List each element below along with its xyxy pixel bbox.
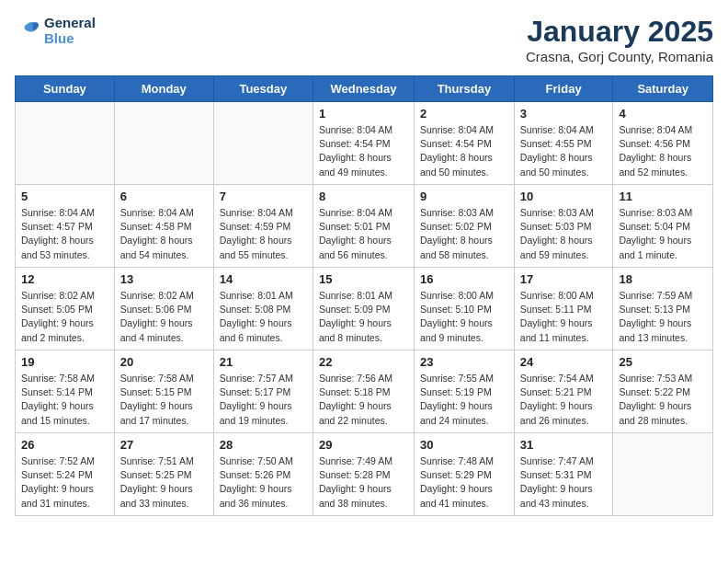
day-number: 27	[120, 438, 208, 452]
day-info: Sunrise: 8:04 AM Sunset: 4:58 PM Dayligh…	[120, 206, 208, 262]
day-info: Sunrise: 8:04 AM Sunset: 4:55 PM Dayligh…	[520, 123, 608, 179]
calendar-title: January 2025	[526, 15, 713, 49]
day-number: 11	[619, 190, 707, 203]
day-header-friday: Friday	[514, 76, 613, 102]
week-row-5: 26Sunrise: 7:52 AM Sunset: 5:24 PM Dayli…	[16, 433, 713, 516]
day-number: 15	[319, 272, 408, 286]
day-info: Sunrise: 8:01 AM Sunset: 5:09 PM Dayligh…	[319, 289, 408, 345]
logo-icon	[15, 17, 40, 43]
day-info: Sunrise: 7:59 AM Sunset: 5:13 PM Dayligh…	[619, 289, 707, 345]
day-info: Sunrise: 7:51 AM Sunset: 5:25 PM Dayligh…	[120, 454, 208, 511]
day-cell	[114, 102, 213, 185]
day-info: Sunrise: 7:57 AM Sunset: 5:17 PM Dayligh…	[220, 372, 307, 428]
day-number: 12	[21, 272, 108, 286]
day-number: 28	[220, 438, 307, 452]
week-row-4: 19Sunrise: 7:58 AM Sunset: 5:14 PM Dayli…	[16, 350, 713, 433]
day-info: Sunrise: 8:04 AM Sunset: 4:57 PM Dayligh…	[21, 206, 108, 262]
day-cell: 3Sunrise: 8:04 AM Sunset: 4:55 PM Daylig…	[514, 102, 613, 185]
day-info: Sunrise: 8:03 AM Sunset: 5:04 PM Dayligh…	[619, 206, 707, 262]
day-number: 13	[120, 272, 208, 286]
week-row-1: 1Sunrise: 8:04 AM Sunset: 4:54 PM Daylig…	[16, 102, 713, 185]
day-number: 4	[619, 107, 707, 121]
day-info: Sunrise: 8:03 AM Sunset: 5:02 PM Dayligh…	[420, 206, 508, 262]
day-cell: 5Sunrise: 8:04 AM Sunset: 4:57 PM Daylig…	[16, 185, 115, 268]
day-cell: 19Sunrise: 7:58 AM Sunset: 5:14 PM Dayli…	[16, 350, 115, 433]
day-number: 3	[520, 107, 608, 121]
week-row-3: 12Sunrise: 8:02 AM Sunset: 5:05 PM Dayli…	[16, 268, 713, 350]
day-cell: 18Sunrise: 7:59 AM Sunset: 5:13 PM Dayli…	[613, 268, 713, 350]
day-cell: 24Sunrise: 7:54 AM Sunset: 5:21 PM Dayli…	[514, 350, 613, 433]
day-cell: 13Sunrise: 8:02 AM Sunset: 5:06 PM Dayli…	[114, 268, 213, 350]
day-number: 29	[319, 438, 408, 452]
calendar-body: 1Sunrise: 8:04 AM Sunset: 4:54 PM Daylig…	[16, 102, 713, 516]
logo-text: General Blue	[44, 15, 96, 46]
day-cell: 22Sunrise: 7:56 AM Sunset: 5:18 PM Dayli…	[313, 350, 414, 433]
day-cell	[213, 102, 313, 185]
day-info: Sunrise: 7:55 AM Sunset: 5:19 PM Dayligh…	[420, 372, 508, 428]
calendar-table: SundayMondayTuesdayWednesdayThursdayFrid…	[15, 75, 713, 516]
day-header-monday: Monday	[114, 76, 213, 102]
day-info: Sunrise: 7:47 AM Sunset: 5:31 PM Dayligh…	[520, 454, 608, 511]
day-cell: 1Sunrise: 8:04 AM Sunset: 4:54 PM Daylig…	[313, 102, 414, 185]
day-cell	[16, 102, 115, 185]
day-header-sunday: Sunday	[16, 76, 115, 102]
day-cell: 25Sunrise: 7:53 AM Sunset: 5:22 PM Dayli…	[613, 350, 713, 433]
day-cell: 15Sunrise: 8:01 AM Sunset: 5:09 PM Dayli…	[313, 268, 414, 350]
title-block: January 2025 Crasna, Gorj County, Romani…	[526, 15, 713, 64]
day-number: 31	[520, 438, 608, 452]
day-cell: 2Sunrise: 8:04 AM Sunset: 4:54 PM Daylig…	[415, 102, 515, 185]
day-number: 25	[619, 355, 707, 369]
day-number: 18	[619, 272, 707, 286]
day-info: Sunrise: 8:04 AM Sunset: 4:56 PM Dayligh…	[619, 123, 707, 179]
day-number: 24	[520, 355, 608, 369]
day-number: 8	[319, 190, 408, 203]
day-number: 2	[420, 107, 508, 121]
day-number: 14	[220, 272, 307, 286]
day-number: 26	[21, 438, 108, 452]
day-header-saturday: Saturday	[613, 76, 713, 102]
day-info: Sunrise: 7:53 AM Sunset: 5:22 PM Dayligh…	[619, 372, 707, 428]
day-number: 5	[21, 190, 108, 203]
day-info: Sunrise: 7:49 AM Sunset: 5:28 PM Dayligh…	[319, 454, 408, 511]
day-info: Sunrise: 8:02 AM Sunset: 5:05 PM Dayligh…	[21, 289, 108, 345]
day-cell: 6Sunrise: 8:04 AM Sunset: 4:58 PM Daylig…	[114, 185, 213, 268]
day-number: 10	[520, 190, 608, 203]
day-info: Sunrise: 7:54 AM Sunset: 5:21 PM Dayligh…	[520, 372, 608, 428]
day-info: Sunrise: 8:03 AM Sunset: 5:03 PM Dayligh…	[520, 206, 608, 262]
day-cell: 28Sunrise: 7:50 AM Sunset: 5:26 PM Dayli…	[213, 433, 313, 516]
day-info: Sunrise: 8:04 AM Sunset: 4:54 PM Dayligh…	[420, 123, 508, 179]
day-number: 22	[319, 355, 408, 369]
calendar-subtitle: Crasna, Gorj County, Romania	[526, 49, 713, 64]
day-info: Sunrise: 7:56 AM Sunset: 5:18 PM Dayligh…	[319, 372, 408, 428]
day-info: Sunrise: 8:04 AM Sunset: 5:01 PM Dayligh…	[319, 206, 408, 262]
day-header-wednesday: Wednesday	[313, 76, 414, 102]
day-info: Sunrise: 8:01 AM Sunset: 5:08 PM Dayligh…	[220, 289, 307, 345]
day-cell: 14Sunrise: 8:01 AM Sunset: 5:08 PM Dayli…	[213, 268, 313, 350]
day-cell: 27Sunrise: 7:51 AM Sunset: 5:25 PM Dayli…	[114, 433, 213, 516]
day-cell	[613, 433, 713, 516]
day-cell: 9Sunrise: 8:03 AM Sunset: 5:02 PM Daylig…	[415, 185, 515, 268]
week-row-2: 5Sunrise: 8:04 AM Sunset: 4:57 PM Daylig…	[16, 185, 713, 268]
day-cell: 31Sunrise: 7:47 AM Sunset: 5:31 PM Dayli…	[514, 433, 613, 516]
day-number: 16	[420, 272, 508, 286]
day-cell: 29Sunrise: 7:49 AM Sunset: 5:28 PM Dayli…	[313, 433, 414, 516]
day-number: 30	[420, 438, 508, 452]
day-number: 1	[319, 107, 408, 121]
day-number: 9	[420, 190, 508, 203]
day-cell: 16Sunrise: 8:00 AM Sunset: 5:10 PM Dayli…	[415, 268, 515, 350]
day-cell: 12Sunrise: 8:02 AM Sunset: 5:05 PM Dayli…	[16, 268, 115, 350]
day-info: Sunrise: 8:04 AM Sunset: 4:59 PM Dayligh…	[220, 206, 307, 262]
day-info: Sunrise: 7:48 AM Sunset: 5:29 PM Dayligh…	[420, 454, 508, 511]
day-cell: 21Sunrise: 7:57 AM Sunset: 5:17 PM Dayli…	[213, 350, 313, 433]
day-header-tuesday: Tuesday	[213, 76, 313, 102]
day-number: 19	[21, 355, 108, 369]
day-cell: 4Sunrise: 8:04 AM Sunset: 4:56 PM Daylig…	[613, 102, 713, 185]
day-cell: 8Sunrise: 8:04 AM Sunset: 5:01 PM Daylig…	[313, 185, 414, 268]
day-cell: 10Sunrise: 8:03 AM Sunset: 5:03 PM Dayli…	[514, 185, 613, 268]
day-info: Sunrise: 8:00 AM Sunset: 5:10 PM Dayligh…	[420, 289, 508, 345]
day-info: Sunrise: 8:04 AM Sunset: 4:54 PM Dayligh…	[319, 123, 408, 179]
day-number: 17	[520, 272, 608, 286]
logo: General Blue	[15, 15, 96, 46]
day-cell: 17Sunrise: 8:00 AM Sunset: 5:11 PM Dayli…	[514, 268, 613, 350]
page-header: General Blue January 2025 Crasna, Gorj C…	[15, 15, 713, 64]
